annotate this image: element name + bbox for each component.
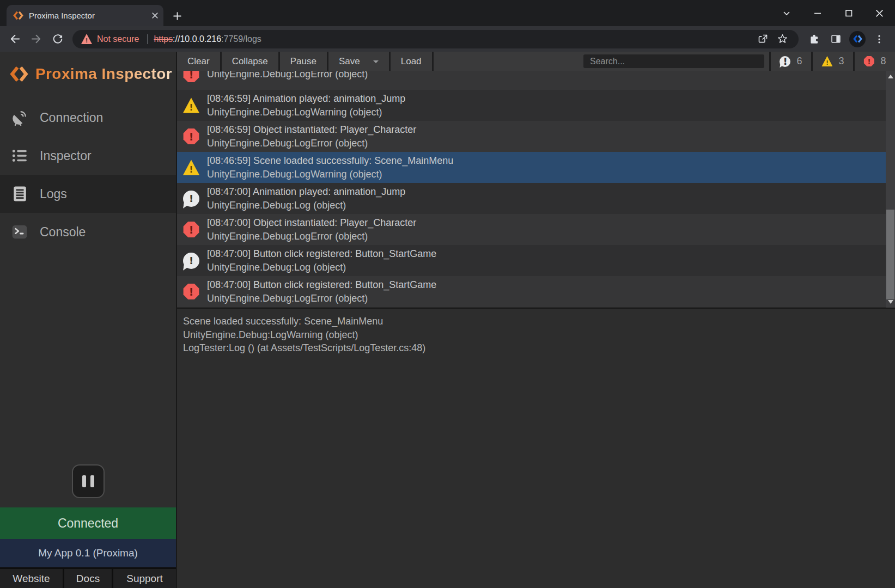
window-controls	[771, 0, 895, 26]
address-bar[interactable]: Not secure https://10.0.0.216:7759/logs	[72, 30, 799, 48]
log-row[interactable]: UnityEngine.Debug:LogError (object)	[177, 71, 886, 90]
proxima-favicon-icon	[13, 10, 23, 21]
tab-search-chevron-icon[interactable]	[771, 0, 802, 26]
reload-button[interactable]	[47, 29, 68, 49]
profile-avatar[interactable]	[847, 29, 868, 49]
log-row[interactable]: [08:47:00] Button click registered: Butt…	[177, 276, 886, 307]
pause-icon	[82, 475, 86, 487]
not-secure-label[interactable]: Not secure	[97, 34, 139, 44]
detail-line: LogTester:Log () (at Assets/TestScripts/…	[183, 341, 888, 355]
logs-panel: Clear Collapse Pause Save Load 6 3	[177, 52, 895, 588]
tab-close-icon[interactable]	[151, 11, 159, 20]
url-text[interactable]: https://10.0.0.216:7759/logs	[154, 34, 753, 44]
url-path: :7759/logs	[221, 34, 261, 44]
scrollbar-thumb[interactable]	[886, 210, 894, 299]
sidebar-item-label: Logs	[40, 187, 67, 201]
info-icon	[183, 191, 199, 207]
forward-button[interactable]	[26, 29, 46, 49]
warning-icon	[183, 97, 199, 114]
scroll-up-arrow-icon[interactable]	[886, 72, 895, 81]
save-dropdown-caret-icon[interactable]	[373, 60, 379, 66]
tab-title: Proxima Inspector	[29, 11, 151, 20]
sidebar-item-label: Connection	[40, 111, 103, 125]
url-divider	[147, 34, 148, 44]
pause-logs-button[interactable]: Pause	[280, 52, 328, 71]
app-title: Proxima Inspector	[35, 65, 172, 83]
new-tab-button[interactable]	[169, 8, 185, 24]
log-row-selected[interactable]: [08:46:59] Scene loaded successfully: Sc…	[177, 152, 886, 183]
save-button[interactable]: Save	[328, 52, 391, 71]
tab-strip: Proxima Inspector	[0, 0, 895, 26]
document-icon	[11, 186, 28, 202]
info-filter-button[interactable]: 6	[769, 52, 811, 71]
url-host: ://10.0.0.216	[173, 34, 221, 44]
browser-tab[interactable]: Proxima Inspector	[7, 5, 163, 26]
warning-count: 3	[838, 56, 844, 67]
close-window-button[interactable]	[864, 0, 895, 26]
sidebar-item-console[interactable]: Console	[0, 213, 176, 251]
connection-status-badge: Connected	[0, 507, 176, 539]
sidebar-item-inspector[interactable]: Inspector	[0, 137, 176, 175]
log-row[interactable]: [08:47:00] Animation played: animation_J…	[177, 183, 886, 214]
sidebar-footer: Website Docs Support	[0, 567, 176, 588]
share-icon[interactable]	[753, 31, 772, 47]
info-count: 6	[796, 56, 802, 67]
sidebar-item-connection[interactable]: Connection	[0, 99, 176, 137]
side-panel-icon[interactable]	[825, 29, 847, 49]
error-icon	[183, 71, 199, 83]
error-count: 8	[880, 56, 886, 67]
error-icon	[183, 222, 199, 238]
sidebar-item-logs[interactable]: Logs	[0, 175, 176, 213]
log-detail-pane: Scene loaded successfully: Scene_MainMen…	[177, 308, 895, 588]
browser-window: Proxima Inspector	[0, 0, 895, 588]
detail-line: Scene loaded successfully: Scene_MainMen…	[183, 315, 888, 328]
bookmark-star-icon[interactable]	[772, 31, 792, 47]
load-button[interactable]: Load	[391, 52, 434, 71]
info-icon	[780, 56, 790, 67]
terminal-icon	[11, 224, 28, 240]
back-button[interactable]	[5, 29, 25, 49]
log-list: UnityEngine.Debug:LogError (object) [08:…	[177, 71, 886, 308]
error-filter-button[interactable]: 8	[853, 52, 895, 71]
pause-button-wrap	[0, 464, 176, 498]
error-icon	[863, 56, 874, 67]
log-scrollbar[interactable]	[886, 71, 895, 308]
footer-link-docs[interactable]: Docs	[64, 569, 112, 588]
pause-stream-button[interactable]	[72, 464, 105, 498]
app-logo: Proxima Inspector	[0, 52, 176, 83]
sidebar-nav: Connection Inspector	[0, 99, 176, 251]
warning-icon	[821, 56, 832, 67]
browser-toolbar: Not secure https://10.0.0.216:7759/logs	[0, 26, 895, 52]
footer-link-support[interactable]: Support	[113, 569, 176, 588]
log-row[interactable]: [08:47:00] Button click registered: Butt…	[177, 245, 886, 276]
proxima-logo-icon	[10, 65, 28, 83]
scroll-down-arrow-icon[interactable]	[886, 298, 895, 307]
detail-line: UnityEngine.Debug:LogWarning (object)	[183, 328, 888, 342]
clear-button[interactable]: Clear	[177, 52, 222, 71]
minimize-button[interactable]	[802, 0, 833, 26]
sidebar-item-label: Inspector	[40, 149, 92, 163]
sidebar-item-label: Console	[40, 225, 86, 240]
app-info-bar: My App 0.1 (Proxima)	[0, 539, 176, 567]
pause-icon	[90, 475, 94, 487]
search-input[interactable]	[583, 54, 764, 68]
footer-link-website[interactable]: Website	[0, 569, 63, 588]
avatar	[849, 31, 866, 47]
error-icon	[183, 128, 199, 145]
satellite-icon	[11, 109, 28, 126]
extensions-puzzle-icon[interactable]	[803, 29, 825, 49]
list-icon	[11, 148, 28, 164]
log-row[interactable]: [08:46:59] Animation played: animation_J…	[177, 90, 886, 121]
browser-menu-kebab-icon[interactable]	[868, 29, 890, 49]
url-scheme: https	[154, 34, 173, 44]
warning-filter-button[interactable]: 3	[811, 52, 853, 71]
log-row[interactable]: [08:46:59] Object instantiated: Player_C…	[177, 121, 886, 152]
maximize-button[interactable]	[833, 0, 864, 26]
toolbar-spacer	[434, 52, 769, 71]
toolbar-extensions-area	[803, 29, 890, 49]
info-icon	[183, 253, 199, 269]
log-row[interactable]: [08:47:00] Object instantiated: Player_C…	[177, 214, 886, 245]
error-icon	[183, 284, 199, 300]
logs-toolbar: Clear Collapse Pause Save Load 6 3	[177, 52, 895, 71]
collapse-button[interactable]: Collapse	[222, 52, 280, 71]
